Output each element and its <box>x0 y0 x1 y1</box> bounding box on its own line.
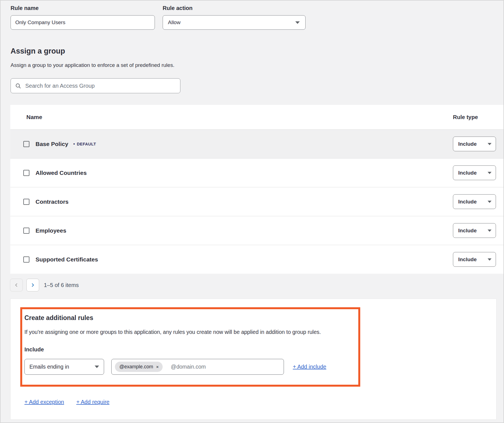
table-row: Base Policy • DEFAULT Include <box>10 129 503 158</box>
rule-type-select[interactable]: Include <box>453 194 496 209</box>
include-label: Include <box>24 346 353 353</box>
row-left: Allowed Countries <box>10 170 453 176</box>
add-require-link[interactable]: + Add require <box>76 399 110 405</box>
rule-type-select[interactable]: Include <box>453 223 496 238</box>
rule-action-select[interactable]: Allow <box>163 15 306 30</box>
email-tag: @example.com × <box>115 362 163 372</box>
rule-name-label: Rule name <box>11 5 155 11</box>
rule-type-value: Include <box>458 199 477 205</box>
additional-rules-heading: Create additional rules <box>24 314 353 322</box>
email-domains-field[interactable]: @example.com × <box>111 359 284 375</box>
row-left: Contractors <box>10 198 453 205</box>
footer-links: + Add exception + Add require <box>24 399 496 405</box>
add-include-link[interactable]: + Add include <box>293 364 326 370</box>
rule-type-select[interactable]: Include <box>453 252 496 267</box>
badge-dot: • <box>73 142 75 146</box>
additional-rules-card: Create additional rules If you're assign… <box>10 299 497 420</box>
group-name: Allowed Countries <box>36 170 87 176</box>
chevron-down-icon <box>95 366 99 368</box>
group-name: Supported Certificates <box>36 256 98 263</box>
chevron-down-icon <box>488 201 492 203</box>
rule-type-value: Include <box>458 141 477 147</box>
remove-tag-icon[interactable]: × <box>156 365 159 369</box>
email-domain-input[interactable] <box>170 363 280 370</box>
column-header-rule-type: Rule type <box>453 114 497 120</box>
table-row: Allowed Countries Include <box>10 158 503 187</box>
chevron-down-icon <box>488 230 492 232</box>
default-badge: • DEFAULT <box>73 142 96 146</box>
chevron-down-icon <box>488 258 492 261</box>
assign-group-heading: Assign a group <box>11 47 503 56</box>
table-row: Contractors Include <box>10 187 503 216</box>
rule-action-label: Rule action <box>163 5 306 11</box>
rule-action-value: Allow <box>168 19 180 26</box>
include-rule-row: Emails ending in @example.com × + Add in… <box>24 359 353 375</box>
rule-type-value: Include <box>458 256 477 263</box>
email-tag-label: @example.com <box>119 364 153 370</box>
rule-name-field-group: Rule name <box>11 5 155 30</box>
table-row: Supported Certificates Include <box>10 245 503 274</box>
row-left: Supported Certificates <box>10 256 453 263</box>
pagination-range-text: 1–5 of 6 items <box>44 282 79 288</box>
row-left: Employees <box>10 227 453 234</box>
condition-value: Emails ending in <box>29 364 69 370</box>
add-exception-link[interactable]: + Add exception <box>24 399 64 405</box>
rule-type-cell: Include <box>453 137 497 151</box>
access-group-search <box>11 78 180 93</box>
additional-rules-description: If you're assigning one or more groups t… <box>24 329 353 335</box>
row-checkbox[interactable] <box>23 256 29 263</box>
rule-type-cell: Include <box>453 165 497 180</box>
rule-type-cell: Include <box>453 194 497 209</box>
previous-page-button[interactable] <box>10 279 23 291</box>
condition-select[interactable]: Emails ending in <box>24 359 104 375</box>
access-groups-table: Name Rule type Base Policy • DEFAULT Inc… <box>10 105 503 274</box>
chevron-right-icon <box>31 283 35 287</box>
column-header-name: Name <box>10 114 453 120</box>
table-header: Name Rule type <box>10 105 503 129</box>
row-checkbox[interactable] <box>23 199 29 205</box>
row-left: Base Policy • DEFAULT <box>10 141 453 147</box>
rule-fields-row: Rule name Rule action Allow <box>11 5 503 30</box>
row-checkbox[interactable] <box>23 141 29 147</box>
chevron-down-icon <box>295 21 300 24</box>
rule-type-cell: Include <box>453 252 497 267</box>
rule-type-select[interactable]: Include <box>453 165 496 180</box>
chevron-down-icon <box>488 143 492 145</box>
assign-group-description: Assign a group to your application to en… <box>11 62 503 68</box>
group-name: Base Policy <box>36 141 68 147</box>
row-checkbox[interactable] <box>23 170 29 176</box>
chevron-down-icon <box>488 172 492 174</box>
rule-name-input[interactable] <box>11 15 155 30</box>
chevron-left-icon <box>14 283 19 287</box>
search-input[interactable] <box>25 82 176 89</box>
rule-type-value: Include <box>458 170 477 176</box>
row-checkbox[interactable] <box>23 228 29 234</box>
rule-action-field-group: Rule action Allow <box>163 5 306 30</box>
badge-label: DEFAULT <box>77 142 96 146</box>
next-page-button[interactable] <box>26 279 39 291</box>
access-rule-page: Rule name Rule action Allow Assign a gro… <box>0 0 504 423</box>
table-row: Employees Include <box>10 216 503 245</box>
pagination: 1–5 of 6 items <box>10 279 503 291</box>
search-icon <box>15 83 21 89</box>
group-name: Contractors <box>36 198 69 205</box>
group-name: Employees <box>36 227 66 234</box>
rule-type-select[interactable]: Include <box>453 137 496 151</box>
highlight-box: Create additional rules If you're assign… <box>20 307 360 387</box>
rule-type-value: Include <box>458 228 477 234</box>
rule-type-cell: Include <box>453 223 497 238</box>
